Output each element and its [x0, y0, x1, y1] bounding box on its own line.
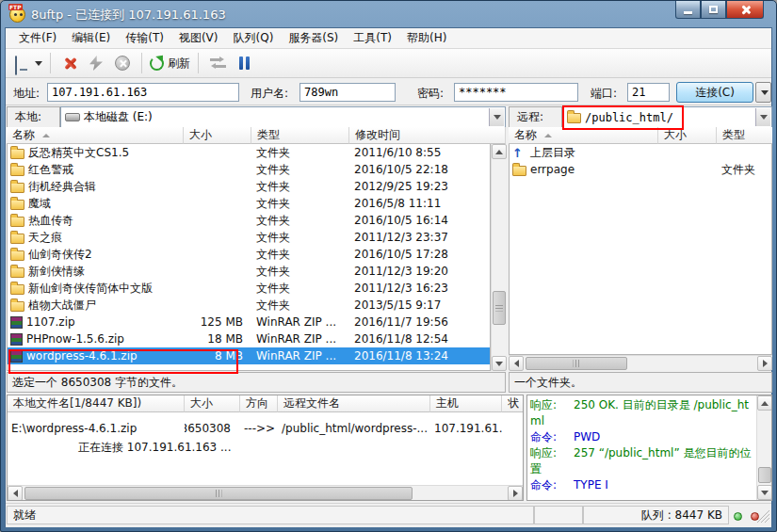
scroll-right-button[interactable]: [508, 486, 523, 501]
username-input[interactable]: [299, 83, 396, 102]
menu-item[interactable]: 服务器(S): [281, 27, 346, 49]
file-type-cell: 文件夹: [252, 264, 350, 280]
file-modified-cell: 2011/6/10 8:55: [350, 146, 491, 159]
file-size-cell: 125 MB: [185, 315, 252, 329]
local-path-combobox[interactable]: 本地磁盘 (E:): [60, 106, 506, 128]
scrollbar-thumb[interactable]: [526, 357, 627, 370]
password-input[interactable]: [454, 83, 578, 102]
menu-item[interactable]: 视图(V): [171, 27, 226, 49]
queue-horizontal-scrollbar[interactable]: [8, 485, 523, 500]
scroll-up-button[interactable]: [757, 395, 772, 411]
folder-icon: [10, 267, 24, 278]
remote-path-combobox[interactable]: /public_html/: [562, 106, 772, 128]
disconnect-button[interactable]: [57, 51, 82, 75]
file-row[interactable]: 街机经典合辑文件夹2012/9/25 19:23: [8, 178, 490, 195]
column-header[interactable]: 本地文件名[1/8447 KB]): [8, 395, 185, 412]
scrollbar-thumb[interactable]: [758, 467, 771, 483]
computer-icon: [15, 56, 32, 71]
remote-path-dropdown-button[interactable]: [755, 108, 770, 126]
log-vertical-scrollbar[interactable]: [756, 395, 771, 500]
remote-column-headers: 名称大小类型: [509, 127, 772, 144]
local-vertical-scrollbar[interactable]: [491, 144, 506, 371]
column-header[interactable]: 大小: [185, 395, 240, 412]
scroll-left-button[interactable]: [8, 486, 23, 501]
scroll-up-button[interactable]: [492, 144, 507, 159]
pause-queue-button[interactable]: [232, 51, 256, 75]
scroll-left-button[interactable]: [509, 356, 524, 371]
folder-icon: [10, 250, 24, 261]
remote-horizontal-scrollbar[interactable]: [509, 355, 772, 370]
queue-status-message: 正在连接 107.191.61.163 ...: [78, 440, 232, 456]
local-label: 本地:: [7, 106, 60, 128]
file-row[interactable]: 天之痕文件夹2011/12/3 23:37: [8, 229, 490, 246]
queue-row[interactable]: E:\wordpress-4.6.1.zip8650308--->>/publi…: [8, 419, 502, 437]
file-name: 1107.zip: [26, 315, 75, 329]
resize-grip[interactable]: [756, 509, 769, 523]
address-input[interactable]: [47, 83, 239, 102]
scroll-down-button[interactable]: [757, 485, 772, 500]
column-header[interactable]: 类型: [251, 127, 349, 144]
menu-item[interactable]: 工具(T): [346, 27, 399, 49]
remote-file-list[interactable]: ↑上层目录errpage文件夹: [509, 144, 772, 355]
scrollbar-thumb[interactable]: [24, 487, 413, 500]
transfer-queue-panel[interactable]: 本地文件名[1/8447 KB])大小方向远程文件名主机状 E:\wordpre…: [7, 395, 524, 501]
minimize-button[interactable]: [675, 1, 701, 19]
transfer-queue-button[interactable]: [205, 51, 230, 75]
file-row[interactable]: 仙剑奇侠传2文件夹2016/10/5 17:28: [8, 246, 490, 263]
menu-item[interactable]: 帮助(H): [399, 27, 454, 49]
column-header[interactable]: 修改时间: [349, 127, 506, 144]
abort-button[interactable]: [84, 51, 108, 75]
close-button[interactable]: [726, 1, 764, 19]
menu-item[interactable]: 编辑(E): [64, 27, 118, 49]
column-header[interactable]: 状: [502, 395, 524, 412]
file-row[interactable]: 植物大战僵尸文件夹2013/5/15 9:17: [8, 297, 490, 314]
file-row[interactable]: 红色警戒文件夹2016/10/5 22:18: [8, 161, 490, 178]
connect-dropdown-button[interactable]: [755, 82, 771, 103]
toolbar: 刷新: [6, 49, 771, 78]
green-status-light-icon: [734, 512, 742, 521]
local-file-list[interactable]: 反恐精英中文CS1.5文件夹2011/6/10 8:55红色警戒文件夹2016/…: [7, 144, 491, 371]
ftp-log-panel[interactable]: 响应:250 OK. 目前的目录是 /public_html命令:PWD响应:2…: [526, 395, 772, 501]
scroll-down-button[interactable]: [492, 356, 507, 371]
file-row[interactable]: errpage文件夹: [510, 161, 771, 178]
column-header[interactable]: 名称: [7, 127, 184, 144]
column-header[interactable]: 方向: [240, 395, 278, 412]
chevron-down-icon: [761, 90, 769, 95]
column-header[interactable]: 类型: [717, 127, 772, 144]
file-row[interactable]: 新仙剑奇侠传简体中文版文件夹2011/12/3 16:23: [8, 280, 490, 297]
file-row[interactable]: 热血传奇文件夹2016/10/5 16:14: [8, 212, 490, 229]
file-size-cell: 8 MB: [185, 349, 252, 363]
stop-button[interactable]: [110, 51, 135, 75]
scrollbar-thumb[interactable]: [493, 291, 506, 325]
connect-server-button[interactable]: [14, 51, 43, 75]
file-row[interactable]: 魔域文件夹2016/5/8 11:11: [8, 195, 490, 212]
log-line: 命令:TYPE I: [530, 477, 754, 493]
file-name-cell: wordpress-4.6.1.zip: [8, 349, 185, 363]
port-input[interactable]: [627, 83, 670, 102]
connect-button[interactable]: 连接(C): [676, 82, 753, 103]
file-row[interactable]: PHPnow-1.5.6.zip18 MBWinRAR ZIP ...2016/…: [8, 330, 490, 347]
maximize-button[interactable]: [701, 1, 726, 19]
column-header[interactable]: 名称: [509, 127, 658, 144]
column-header[interactable]: 大小: [658, 127, 717, 144]
file-row[interactable]: 反恐精英中文CS1.5文件夹2011/6/10 8:55: [8, 144, 490, 161]
file-type-cell: 文件夹: [252, 298, 350, 314]
scroll-right-button[interactable]: [757, 356, 772, 371]
local-path-dropdown-button[interactable]: [489, 108, 504, 126]
refresh-button[interactable]: 刷新: [149, 51, 191, 75]
log-line-label: 响应:: [530, 445, 574, 461]
menu-item[interactable]: 队列(Q): [226, 27, 282, 49]
folder-icon: [10, 183, 24, 193]
file-name: 新剑侠情缘: [28, 264, 85, 280]
file-row[interactable]: wordpress-4.6.1.zip8 MBWinRAR ZIP ...201…: [8, 347, 490, 364]
title-bar[interactable]: FTP 8uftp - 已连接到 107.191.61.163: [1, 1, 776, 27]
column-header[interactable]: 远程文件名: [278, 395, 430, 412]
file-row[interactable]: ↑上层目录: [510, 144, 771, 161]
menu-item[interactable]: 传输(T): [118, 27, 171, 49]
menu-item[interactable]: 文件(F): [11, 27, 64, 49]
file-type-cell: 文件夹: [252, 247, 350, 263]
file-row[interactable]: 1107.zip125 MBWinRAR ZIP ...2016/11/7 19…: [8, 314, 490, 330]
column-header[interactable]: 主机: [430, 395, 502, 412]
column-header[interactable]: 大小: [184, 127, 251, 144]
file-row[interactable]: 新剑侠情缘文件夹2011/12/3 19:20: [8, 263, 490, 280]
